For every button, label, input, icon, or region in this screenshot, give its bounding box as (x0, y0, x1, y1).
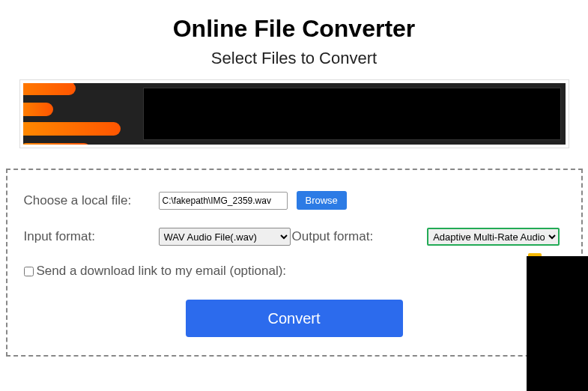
converter-form: Choose a local file: Browse Input format… (6, 169, 583, 357)
email-checkbox[interactable] (24, 267, 34, 276)
popup-overlay[interactable] (527, 256, 588, 391)
output-format-select[interactable]: Adaptive Multi-Rate Audio F (427, 228, 560, 246)
page-subtitle: Select Files to Convert (0, 49, 588, 68)
banner-content (143, 88, 561, 140)
file-path-input[interactable] (159, 192, 288, 210)
banner-decoration (23, 83, 143, 145)
browse-button[interactable]: Browse (297, 191, 347, 210)
input-format-label: Input format: (24, 229, 159, 244)
convert-button[interactable]: Convert (186, 300, 403, 337)
page-title: Online File Converter (0, 15, 588, 43)
email-label: Send a download link to my email (option… (37, 264, 287, 279)
ad-banner[interactable] (20, 80, 569, 148)
input-format-select[interactable]: WAV Audio File(.wav) (159, 228, 291, 246)
choose-file-label: Choose a local file: (24, 193, 159, 208)
output-format-label: Output format: (292, 229, 374, 244)
